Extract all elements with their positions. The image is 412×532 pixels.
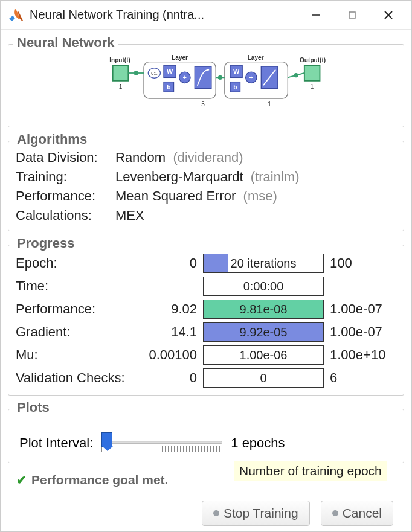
svg-text:W: W xyxy=(233,68,240,75)
progress-row-label: Epoch: xyxy=(16,255,137,271)
plots-panel: Plots Plot Interval: 1 epochs xyxy=(8,409,404,463)
progress-row-start: 0 xyxy=(137,370,203,386)
progress-row-label: Mu: xyxy=(16,347,137,363)
input-size: 1 xyxy=(119,83,123,90)
progress-bar-label: 1.00e-06 xyxy=(240,348,288,362)
delay-label: 0:1 xyxy=(152,71,158,76)
progress-bar-label: 9.81e-08 xyxy=(240,303,288,316)
progress-row-end: 1.00e+10 xyxy=(324,347,396,363)
performance-value: Mean Squared Error (mse) xyxy=(115,188,396,204)
progress-bar-label: 9.92e-05 xyxy=(240,325,288,339)
layer2-size: 1 xyxy=(268,101,272,107)
svg-point-16 xyxy=(295,74,298,77)
progress-row-label: Validation Checks: xyxy=(16,370,137,386)
neural-network-panel: Neural Network Input(t) 1 Layer 0:1 W b xyxy=(8,44,404,127)
plots-panel-title: Plots xyxy=(13,400,53,415)
calculations-label: Calculations: xyxy=(16,208,115,223)
progress-bar: 0:00:00 xyxy=(203,277,324,296)
close-button[interactable] xyxy=(370,1,407,30)
progress-row-end: 6 xyxy=(324,370,396,386)
progress-row-end: 1.00e-07 xyxy=(324,324,396,340)
output-size: 1 xyxy=(311,83,314,90)
stop-training-label: Stop Training xyxy=(224,506,298,521)
neural-network-panel-title: Neural Network xyxy=(13,35,118,51)
training-value: Levenberg-Marquardt (trainlm) xyxy=(115,169,396,185)
svg-text:+: + xyxy=(183,74,187,81)
progress-row-end: 100 xyxy=(324,255,396,271)
plot-interval-slider[interactable] xyxy=(101,432,222,454)
svg-text:b: b xyxy=(167,84,170,91)
layer1-title: Layer xyxy=(172,54,188,61)
progress-bar: 1.00e-06 xyxy=(203,345,324,365)
performance-label: Performance: xyxy=(16,188,115,204)
input-block xyxy=(113,65,129,81)
algorithms-panel-title: Algorithms xyxy=(13,132,91,147)
training-window: Neural Network Training (nntra... Neural… xyxy=(0,0,412,532)
progress-bar: 9.81e-08 xyxy=(203,300,324,319)
algorithms-panel: Algorithms Data Division: Random (divide… xyxy=(8,141,404,231)
output-label: Output(t) xyxy=(300,57,326,63)
content-area: Neural Network Input(t) 1 Layer 0:1 W b xyxy=(1,30,411,532)
plot-interval-label: Plot Interval: xyxy=(19,435,93,451)
svg-text:W: W xyxy=(167,68,173,75)
svg-point-14 xyxy=(219,76,222,79)
status-text: Performance goal met. xyxy=(31,473,168,487)
progress-bar-label: 0:00:00 xyxy=(243,280,284,293)
slider-thumb-icon[interactable] xyxy=(101,432,112,447)
data-division-label: Data Division: xyxy=(16,150,115,165)
svg-rect-1 xyxy=(349,12,355,18)
progress-row-start: 14.1 xyxy=(137,324,203,340)
maximize-button[interactable] xyxy=(334,1,370,30)
cancel-button[interactable]: Cancel xyxy=(321,501,393,526)
layer1-size: 5 xyxy=(202,101,205,107)
svg-point-12 xyxy=(135,71,138,74)
progress-bar-label: 0 xyxy=(260,371,266,385)
buttons-row: Stop Training Cancel xyxy=(8,495,404,532)
svg-text:+: + xyxy=(249,74,253,81)
progress-row-start: 9.02 xyxy=(137,301,203,317)
progress-panel: Progress Epoch:020 iterations100Time:0:0… xyxy=(8,245,404,396)
stop-training-button[interactable]: Stop Training xyxy=(202,501,310,526)
bullet-icon xyxy=(213,510,219,516)
progress-bar: 20 iterations xyxy=(203,254,324,273)
progress-row-start: 0.00100 xyxy=(137,347,203,363)
data-division-value: Random (dividerand) xyxy=(115,150,396,165)
training-label: Training: xyxy=(16,169,115,185)
svg-text:b: b xyxy=(233,84,237,91)
minimize-button[interactable] xyxy=(298,1,334,30)
titlebar: Neural Network Training (nntra... xyxy=(1,1,411,30)
plot-interval-value: 1 epochs xyxy=(231,435,285,451)
progress-panel-title: Progress xyxy=(13,236,78,251)
tooltip: Number of training epoch xyxy=(234,461,387,481)
progress-row-start: 0 xyxy=(137,255,203,271)
progress-bar-label: 20 iterations xyxy=(231,257,297,271)
progress-row-label: Performance: xyxy=(16,301,137,317)
cancel-label: Cancel xyxy=(343,506,382,521)
calculations-value: MEX xyxy=(115,208,396,223)
progress-row-label: Time: xyxy=(16,278,137,294)
layer2-title: Layer xyxy=(248,54,264,61)
bullet-icon xyxy=(332,510,338,516)
output-block xyxy=(304,65,320,81)
progress-row-label: Gradient: xyxy=(16,324,137,340)
window-title: Neural Network Training (nntra... xyxy=(30,8,204,22)
progress-bar: 0 xyxy=(203,368,324,388)
network-architecture-diagram: Input(t) 1 Layer 0:1 W b + xyxy=(51,53,361,120)
progress-row-end: 1.00e-07 xyxy=(324,301,396,317)
progress-bar: 9.92e-05 xyxy=(203,322,324,342)
matlab-icon xyxy=(8,7,24,23)
input-label: Input(t) xyxy=(110,57,131,63)
checkmark-icon: ✔ xyxy=(16,473,27,487)
